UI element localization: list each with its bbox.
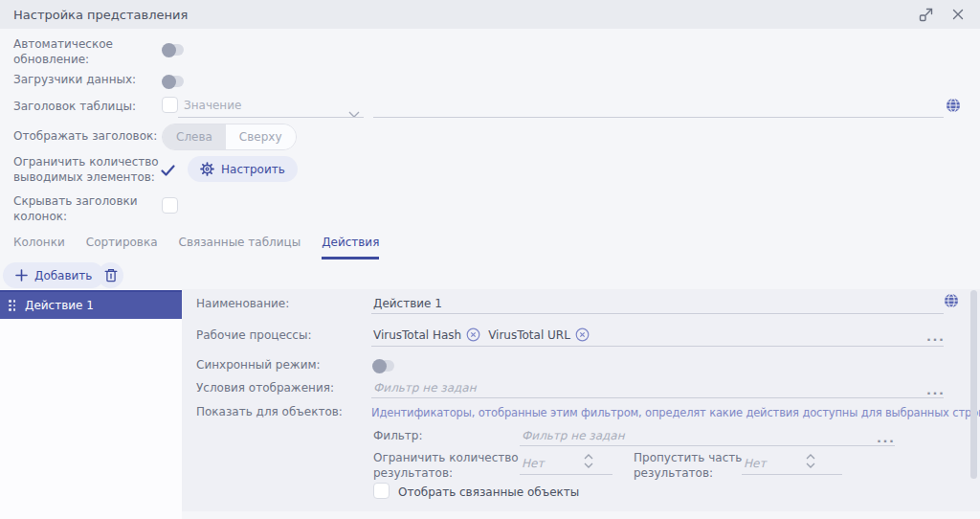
list-item-label: Действие 1 bbox=[25, 299, 94, 312]
globe-icon[interactable] bbox=[946, 98, 961, 113]
workflow-tags: VirusTotal Hash VirusTotal URL bbox=[373, 327, 592, 342]
limit-results-value[interactable]: Нет bbox=[522, 457, 544, 470]
stepper-up-icon[interactable] bbox=[584, 454, 593, 460]
dialog-title: Настройка представления bbox=[13, 8, 188, 22]
list-item-action-1[interactable]: Действие 1 bbox=[0, 290, 182, 319]
skip-results-stepper bbox=[806, 454, 815, 468]
limit-items-label: Ограничить количество выводимых элементо… bbox=[13, 155, 165, 185]
workflow-tag: VirusTotal Hash bbox=[373, 328, 461, 342]
show-for-objects-description: Идентификаторы, отобранные этим фильтром… bbox=[371, 406, 980, 419]
hide-headers-label: Скрывать заголовки колонок: bbox=[13, 194, 165, 224]
workflow-tag: VirusTotal URL bbox=[488, 328, 570, 342]
stepper-down-icon[interactable] bbox=[806, 463, 815, 468]
globe-icon[interactable] bbox=[944, 293, 959, 308]
table-title-select-underline[interactable] bbox=[178, 117, 364, 118]
scrollbar-thumb[interactable] bbox=[970, 290, 977, 479]
filter-label: Фильтр: bbox=[373, 429, 517, 444]
table-title-input[interactable] bbox=[373, 117, 944, 118]
limit-results-stepper bbox=[584, 454, 593, 468]
name-label: Наименование: bbox=[196, 297, 368, 312]
conditions-more-button[interactable]: ... bbox=[926, 383, 945, 397]
tab-sorting[interactable]: Сортировка bbox=[86, 236, 158, 260]
filter-placeholder[interactable]: Фильтр не задан bbox=[522, 429, 625, 442]
segment-top[interactable]: Сверху bbox=[226, 124, 296, 149]
filter-input-underline[interactable] bbox=[520, 445, 895, 446]
tab-bar: Колонки Сортировка Связанные таблицы Дей… bbox=[13, 236, 379, 260]
tab-linked-tables[interactable]: Связанные таблицы bbox=[179, 236, 301, 260]
trash-icon bbox=[104, 268, 118, 282]
delete-button[interactable] bbox=[98, 262, 123, 288]
dialog-header: Настройка представления bbox=[0, 0, 980, 29]
add-button[interactable]: Добавить bbox=[3, 262, 104, 288]
tab-actions[interactable]: Действия bbox=[322, 236, 379, 260]
table-title-label: Заголовок таблицы: bbox=[13, 100, 176, 115]
workflows-input-underline[interactable] bbox=[371, 346, 944, 347]
skip-results-underline[interactable] bbox=[742, 474, 842, 475]
remove-tag-icon[interactable] bbox=[466, 327, 480, 342]
table-title-checkbox[interactable] bbox=[162, 97, 178, 113]
segment-left[interactable]: Слева bbox=[163, 124, 226, 149]
show-for-objects-label: Показать для объектов: bbox=[196, 405, 368, 420]
sync-mode-toggle[interactable] bbox=[373, 360, 394, 372]
name-value[interactable]: Действие 1 bbox=[373, 297, 442, 310]
tab-columns[interactable]: Колонки bbox=[13, 236, 65, 260]
select-related-label: Отобрать связанные объекты bbox=[398, 485, 579, 499]
data-loaders-toggle[interactable] bbox=[163, 76, 184, 87]
hide-headers-checkbox[interactable] bbox=[162, 197, 178, 214]
limit-results-label: Ограничить количество результатов: bbox=[373, 451, 526, 481]
stepper-up-icon[interactable] bbox=[806, 454, 815, 460]
add-button-label: Добавить bbox=[34, 269, 92, 282]
data-loaders-label: Загрузчики данных: bbox=[13, 73, 176, 88]
limit-results-underline[interactable] bbox=[520, 474, 612, 475]
drag-handle-icon[interactable] bbox=[9, 300, 15, 311]
conditions-label: Условия отображения: bbox=[196, 381, 368, 396]
conditions-placeholder[interactable]: Фильтр не задан bbox=[373, 381, 477, 395]
name-input-underline[interactable] bbox=[371, 313, 944, 314]
chevron-down-icon[interactable] bbox=[348, 103, 360, 122]
skip-results-value[interactable]: Нет bbox=[744, 457, 766, 470]
actions-list: Действие 1 bbox=[0, 290, 182, 519]
header-actions bbox=[918, 6, 967, 23]
table-title-select-value[interactable]: Значение bbox=[184, 99, 241, 112]
filter-more-button[interactable]: ... bbox=[877, 431, 895, 445]
plus-icon bbox=[15, 269, 28, 282]
stepper-down-icon[interactable] bbox=[584, 463, 593, 468]
expand-icon[interactable] bbox=[918, 7, 934, 23]
sync-mode-label: Синхронный режим: bbox=[196, 358, 368, 373]
auto-refresh-toggle[interactable] bbox=[163, 44, 184, 56]
checkmark-icon[interactable] bbox=[161, 162, 175, 180]
view-settings-dialog: Настройка представления Автоматическое о… bbox=[0, 0, 980, 519]
gear-icon bbox=[200, 162, 214, 176]
workflows-label: Рабочие процессы: bbox=[196, 328, 368, 344]
select-related-checkbox[interactable] bbox=[373, 483, 390, 499]
configure-button-label: Настроить bbox=[221, 163, 285, 176]
display-title-segmented: Слева Сверху bbox=[162, 124, 297, 150]
configure-button[interactable]: Настроить bbox=[188, 156, 298, 182]
workflows-more-button[interactable]: ... bbox=[926, 329, 945, 344]
action-detail-panel: Наименование: Действие 1 Рабочие процесс… bbox=[182, 289, 980, 511]
close-icon[interactable] bbox=[949, 6, 967, 23]
display-title-label: Отображать заголовок: bbox=[13, 129, 176, 145]
remove-tag-icon[interactable] bbox=[575, 327, 590, 342]
auto-refresh-label: Автоматическое обновление: bbox=[13, 37, 167, 67]
conditions-input-underline[interactable] bbox=[371, 397, 944, 398]
